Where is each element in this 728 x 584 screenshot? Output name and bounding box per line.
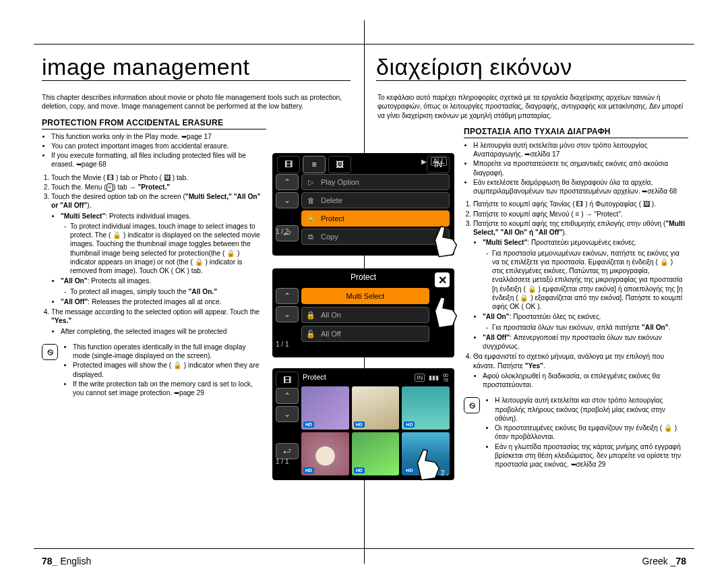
rec-time: 0078 [443,373,448,382]
option-list: Multi Select 🔒All On 🔓All Off [301,288,429,342]
camera-screen: 🎞 ≡ 🖼 IN ▶ALL ⌃ ⌄ ⮐ 1 / 2 ▷Play Option 🗑… [272,153,454,256]
list-item: Θα εμφανιστεί το σχετικό μήνυμα, ανάλογα… [473,352,686,389]
bullet-list: This function works only in the Play mod… [51,132,264,169]
list-item: Touch the Movie ( 🎞 ) tab or Photo ( 🖼 )… [51,173,264,182]
up-button[interactable]: ⌃ [276,174,299,190]
trash-icon: 🗑 [306,196,315,204]
play-indicator: ▶ALL [421,157,447,166]
note-icon: ⦸ [42,344,58,360]
pager: 1 / 1 [276,341,289,348]
thumbnail[interactable]: HD [301,432,349,475]
sub-list: Για προστασία μεμονωμένων εικόνων, πατήσ… [492,249,686,312]
list-item: Εάν η γλωττίδα προστασίας της κάρτας μνή… [495,442,686,469]
option-multi-select[interactable]: Multi Select [301,288,429,304]
numbered-list: Πατήστε το κουμπί αφής Ταινίας ( 🎞 ) ή Φ… [473,200,686,389]
photo-tab-icon[interactable]: 🖼 [328,156,351,173]
up-button[interactable]: ⌃ [276,388,299,404]
side-buttons: ⌃ ⌄ ⮐ [276,388,299,459]
sub-list: Αφού ολοκληρωθεί η διαδικασία, οι επιλεγ… [483,372,686,390]
list-item: This function works only in the Play mod… [51,132,264,141]
note-box: ⦸ This function operates identically in … [42,343,264,399]
list-item: Πατήστε το κουμπί αφής της επιθυμητής επ… [473,219,686,351]
sub-list: After completing, the selected images wi… [61,327,264,336]
menu-tab-icon[interactable]: ≡ [303,156,326,173]
pager: 1 / 2 [276,228,289,235]
menu-icon: ≡ [107,183,114,192]
screen-title: Protect [273,269,454,285]
list-item: You can protect important images from ac… [51,142,264,150]
down-button[interactable]: ⌄ [276,306,299,322]
option-all-off[interactable]: 🔓All Off [301,326,429,342]
menu-list: ▷Play Option 🗑Delete 🔒Protect ⧉Copy [301,174,450,245]
status-tray: IN▮▮▮0078 [415,373,448,382]
list-item: Η λειτουργία αυτή εκτελείται μόνο στον τ… [473,141,686,159]
list-item: Πατήστε το κουμπί αφής Ταινίας ( 🎞 ) ή Φ… [473,200,686,208]
sub-list: To protect all images, simply touch the … [70,287,264,296]
camera-screen: Protect ✕ ⌃ ⌄ 1 / 1 Multi Select 🔒All On… [272,268,454,357]
menu-item-protect[interactable]: 🔒Protect [301,210,450,227]
list-item: The message according to the selected op… [51,308,264,336]
movie-tab-icon[interactable]: 🎞 [276,372,299,389]
manual-page: image management διαχείριση εικόνων This… [0,0,728,584]
hd-badge: HD [303,421,314,428]
screenshot-protect-options: Protect ✕ ⌃ ⌄ 1 / 1 Multi Select 🔒All On… [272,268,456,357]
sub-list: Για προστασία όλων των εικόνων, απλά πατ… [492,323,686,332]
list-item: Touch the. Menu (≡) tab → "Protect." [51,183,264,192]
down-button[interactable]: ⌄ [276,192,299,208]
down-button[interactable]: ⌄ [276,406,299,422]
lock-icon: 🔒 [306,311,315,320]
thumbnail[interactable]: HD [402,386,450,430]
memory-icon: IN [415,374,425,382]
pager: 1 / 1 [276,458,289,465]
list-item: "All On": Protects all images. To protec… [61,276,264,296]
menu-item-play-option[interactable]: ▷Play Option [301,174,450,190]
unlock-icon: 🔓 [306,330,315,339]
hd-badge: HD [303,467,314,473]
list-item: "Multi Select": Protects individual imag… [61,212,264,276]
list-item: Εάν εκτελέσετε διαμόρφωση θα διαγραφούν … [473,178,686,196]
list-item: Μπορείτε να προστατεύσετε τις σημαντικές… [473,159,686,177]
note-list: This function operates identically in th… [73,343,264,399]
thumbnail[interactable]: HD [352,386,400,430]
section-heading: PROTECTION FROM ACCIDENTAL ERASURE [42,118,266,129]
camera-screen: 🎞 Protect IN▮▮▮0078 ⌃ ⌄ ⮐ 1 / 1 HD HD HD… [272,368,454,480]
list-item: "All Off": Releases the protected images… [61,297,264,306]
list-item: If the write protection tab on the memor… [73,380,264,398]
hd-badge: HD [404,467,415,473]
lock-icon: 🔒 [306,214,315,223]
list-item: Για προστασία όλων των εικόνων, απλά πατ… [492,323,686,332]
menu-item-copy[interactable]: ⧉Copy [301,229,450,245]
note-icon: ⦸ [464,397,480,413]
list-item: To protect all images, simply touch the … [70,287,264,296]
numbered-list: Touch the Movie ( 🎞 ) tab or Photo ( 🖼 )… [51,173,264,336]
selection-counter: 2 . [441,469,448,477]
divider [34,548,694,549]
list-item: This function operates identically in th… [73,343,264,361]
intro-text: Το κεφάλαιο αυτό παρέχει πληροφορίες σχε… [377,93,686,120]
sub-list: To protect individual images, touch imag… [70,222,264,276]
list-item: "All Off": Απενεργοποιεί την προστασία ό… [483,333,686,351]
list-item: After completing, the selected images wi… [61,327,264,336]
list-item: Για προστασία μεμονωμένων εικόνων, πατήσ… [492,249,686,312]
page-number-el: Greek _78 [642,556,686,566]
close-button[interactable]: ✕ [435,272,450,287]
list-item: To protect individual images, touch imag… [70,222,264,276]
movie-tab-icon[interactable]: 🎞 [277,156,300,173]
back-button[interactable]: ⮐ [276,443,299,459]
hd-badge: HD [404,421,415,428]
option-all-on[interactable]: 🔒All On [301,307,429,323]
thumbnail[interactable]: HD [352,432,400,475]
note-box: ⦸ Η λειτουργία αυτή εκτελείται και στον … [464,396,686,469]
column-english: This chapter describes information about… [42,51,264,398]
screenshot-menu: 🎞 ≡ 🖼 IN ▶ALL ⌃ ⌄ ⮐ 1 / 2 ▷Play Option 🗑… [272,153,456,256]
list-item: If you execute formatting, all files inc… [51,151,264,169]
sub-list: "Multi Select": Protects individual imag… [61,212,264,307]
thumbnail[interactable]: HD [301,386,349,430]
play-icon: ▷ [306,178,315,187]
intro-text: This chapter describes information about… [42,93,351,111]
menu-item-delete[interactable]: 🗑Delete [301,192,450,208]
screenshot-thumbnails: 🎞 Protect IN▮▮▮0078 ⌃ ⌄ ⮐ 1 / 1 HD HD HD… [272,368,456,480]
sub-list: "Multi Select": Προστατεύει μεμονωμένες … [483,238,686,351]
list-item: Πατήστε το κουμπί αφής Μενού ( ≡ ) → "Pr… [473,210,686,218]
up-button[interactable]: ⌃ [276,288,299,304]
